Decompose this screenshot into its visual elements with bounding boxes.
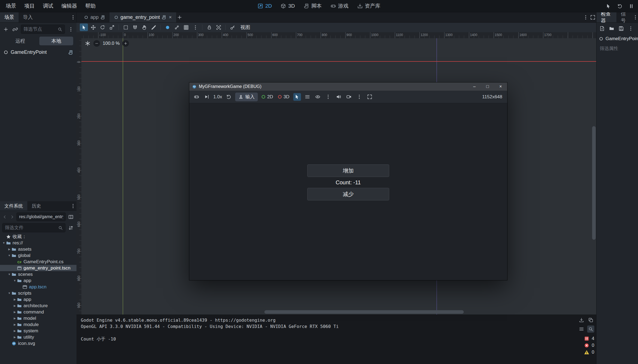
next-frame-icon[interactable] — [203, 93, 211, 101]
mute-audio-icon[interactable] — [335, 93, 342, 101]
mode-2d-toggle[interactable]: 2D — [261, 94, 274, 100]
speed-select[interactable]: 1.0x — [213, 94, 222, 100]
tab-inspector[interactable]: 检查器 — [596, 12, 616, 22]
scene-tree-menu-icon[interactable] — [67, 26, 74, 33]
workspace-3D[interactable]: 3D — [281, 3, 295, 9]
menu-帮助[interactable]: 帮助 — [81, 0, 100, 12]
tree-arrow-icon[interactable]: ▼ — [7, 292, 11, 295]
minimize-button[interactable]: – — [468, 82, 481, 91]
animation-key-icon[interactable] — [228, 23, 237, 31]
tab-signals[interactable]: 信号 — [616, 12, 633, 22]
scene-root-node-row[interactable]: GameEntryPoint — [0, 47, 76, 58]
smart-snap-icon[interactable] — [163, 23, 172, 31]
visibility-icon[interactable] — [314, 93, 322, 101]
embed-fullscreen-icon[interactable] — [366, 93, 374, 101]
nav-forward-icon[interactable] — [9, 214, 15, 220]
menu-编辑器[interactable]: 编辑器 — [57, 0, 81, 12]
canvas-hscrollbar[interactable] — [81, 310, 592, 314]
fs-item-assets[interactable]: ▶assets — [0, 246, 76, 252]
camera-override-icon[interactable] — [345, 93, 353, 101]
attached-script-icon[interactable] — [68, 50, 73, 55]
workspace-游戏[interactable]: 游戏 — [330, 2, 348, 10]
tab-filesystem[interactable]: 文件系统 — [0, 201, 27, 211]
scale-tool-icon[interactable] — [108, 23, 116, 31]
camera-options-icon[interactable] — [356, 93, 363, 101]
select-options-icon[interactable] — [324, 93, 332, 101]
log-filter-list-icon[interactable] — [578, 325, 585, 333]
menu-场景[interactable]: 场景 — [2, 0, 20, 12]
fs-item-GameEntryPoint.cs[interactable]: C#GameEntryPoint.cs — [0, 259, 76, 265]
tree-arrow-icon[interactable]: ▼ — [13, 279, 17, 282]
expand-editor-icon[interactable] — [589, 14, 596, 21]
node-list-icon[interactable] — [304, 93, 311, 101]
decrease-button[interactable]: 减少 — [307, 188, 389, 200]
rotate-tool-icon[interactable] — [98, 23, 107, 31]
fs-item-game_entry_point.tscn[interactable]: game_entry_point.tscn — [0, 265, 76, 271]
workspace-资产库[interactable]: 资产库 — [357, 2, 380, 10]
close-tab-icon[interactable]: × — [169, 14, 172, 20]
pause-icon[interactable] — [628, 2, 635, 10]
view-menu-button[interactable]: 视图 — [238, 24, 253, 31]
fs-item-architecture[interactable]: ▶architecture — [0, 303, 76, 309]
input-mode-toggle[interactable]: 输入 — [235, 93, 258, 101]
right-dock-menu-icon[interactable] — [633, 14, 638, 21]
tree-arrow-icon[interactable]: ▶ — [13, 336, 17, 339]
reset-speed-icon[interactable] — [225, 93, 232, 101]
game-select-tool-icon[interactable] — [293, 93, 301, 101]
scene-tab-app[interactable]: app — [79, 12, 110, 22]
fs-item-[interactable]: 收藏： — [0, 233, 76, 240]
workspace-2D[interactable]: 2D — [258, 3, 272, 9]
zoom-level[interactable]: 100.0 % — [103, 41, 120, 46]
alert-badge[interactable]: 4 — [584, 336, 594, 341]
workspace-脚本[interactable]: 脚本 — [304, 2, 322, 10]
fs-item-scripts[interactable]: ▼scripts — [0, 290, 76, 296]
log-search-icon[interactable] — [587, 325, 594, 333]
tree-arrow-icon[interactable]: ▼ — [2, 241, 6, 244]
new-scene-tab-icon[interactable] — [176, 14, 183, 21]
fs-item-system[interactable]: ▶system — [0, 328, 76, 334]
instance-scene-icon[interactable] — [11, 26, 19, 33]
canvas-vscrollbar[interactable] — [592, 38, 596, 309]
tree-arrow-icon[interactable]: ▼ — [7, 254, 11, 257]
filter-files-input[interactable] — [5, 225, 57, 230]
reload-icon[interactable] — [616, 2, 623, 10]
menu-调试[interactable]: 调试 — [39, 0, 57, 12]
close-button[interactable]: × — [494, 82, 507, 91]
error-badge[interactable]: 0 — [584, 343, 594, 348]
zoom-out-icon[interactable] — [93, 40, 100, 47]
tree-arrow-icon[interactable]: ▶ — [13, 323, 17, 326]
game-select-mode-icon[interactable] — [605, 2, 612, 10]
tree-arrow-icon[interactable]: ▶ — [13, 317, 17, 320]
sort-files-icon[interactable] — [67, 224, 74, 231]
inspector-menu-icon[interactable] — [627, 25, 634, 32]
fs-item-app[interactable]: ▶app — [0, 296, 76, 303]
filesystem-menu-icon[interactable] — [69, 202, 76, 209]
filter-nodes-input[interactable] — [23, 26, 56, 32]
warning-badge[interactable]: 0 — [584, 350, 594, 355]
fs-item-scenes[interactable]: ▼scenes — [0, 271, 76, 277]
tree-arrow-icon[interactable]: ▶ — [13, 310, 17, 313]
group-node-icon[interactable] — [214, 23, 223, 31]
tree-arrow-icon[interactable]: ▶ — [7, 248, 11, 251]
left-dock-menu-icon[interactable] — [69, 14, 76, 21]
path-field[interactable] — [16, 212, 66, 221]
lock-node-icon[interactable] — [205, 23, 213, 31]
snap-menu-icon[interactable] — [191, 23, 199, 31]
remote-button[interactable]: 远程 — [3, 37, 37, 45]
filter-properties-field[interactable]: 筛选属性 — [596, 43, 638, 54]
save-log-icon[interactable] — [578, 316, 585, 324]
fs-item-icon.svg[interactable]: icon.svg — [0, 340, 76, 347]
tab-history[interactable]: 历史 — [27, 201, 45, 211]
fs-item-global[interactable]: ▼global — [0, 252, 76, 259]
fs-item-module[interactable]: ▶module — [0, 321, 76, 328]
fs-item-res[interactable]: ▼res:// — [0, 240, 76, 246]
new-resource-icon[interactable] — [598, 25, 606, 32]
filter-files-field[interactable] — [2, 223, 66, 232]
maximize-button[interactable]: □ — [481, 82, 494, 91]
tab-import[interactable]: 导入 — [19, 12, 37, 22]
game-window-titlebar[interactable]: MyGFrameworkGame (DEBUG) – □ × — [189, 82, 507, 91]
copy-log-icon[interactable] — [587, 316, 594, 324]
menu-项目[interactable]: 项目 — [20, 0, 39, 12]
move-tool-icon[interactable] — [89, 23, 97, 31]
fs-item-utility[interactable]: ▶utility — [0, 334, 76, 340]
